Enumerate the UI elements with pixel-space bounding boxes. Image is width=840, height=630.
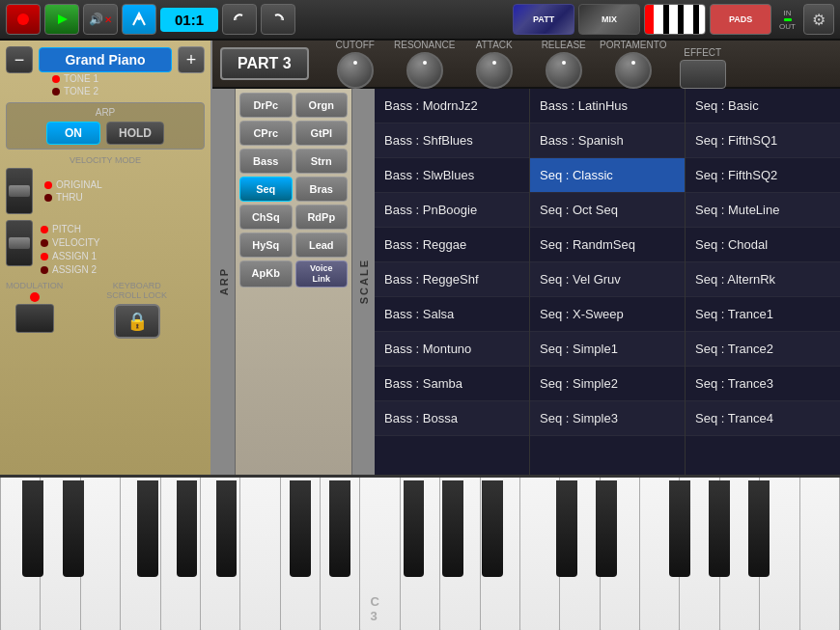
list-item[interactable]: Seq : FifthSQ2	[686, 158, 840, 193]
part-prev-button[interactable]: −	[6, 46, 33, 73]
list-item[interactable]: Seq : Trance2	[686, 332, 840, 367]
inst-gtpl-button[interactable]: GtPl	[295, 121, 349, 146]
white-key[interactable]	[41, 478, 80, 630]
modulation-section: MODULATION	[6, 281, 63, 342]
play-button[interactable]	[44, 4, 79, 35]
list-item[interactable]: Seq : Trance3	[686, 367, 840, 401]
list-item[interactable]: Seq : Basic	[686, 89, 840, 123]
white-key[interactable]	[800, 478, 840, 630]
white-key[interactable]	[560, 478, 600, 630]
effect-control[interactable]	[680, 60, 726, 89]
list-item[interactable]: Bass : LatinHus	[530, 89, 685, 123]
list-item[interactable]: Seq : Simple3	[530, 401, 685, 436]
list-item[interactable]: Bass : ShfBlues	[375, 123, 529, 158]
settings-button[interactable]: ⚙	[803, 4, 834, 35]
white-key[interactable]: C 3	[360, 478, 400, 630]
record-button[interactable]	[6, 4, 41, 35]
modulation-pad[interactable]	[15, 304, 54, 333]
white-key[interactable]	[281, 478, 321, 630]
list-item[interactable]: Seq : Vel Gruv	[530, 262, 685, 297]
white-key[interactable]	[520, 478, 560, 630]
list-item[interactable]: Seq : Chodal	[686, 228, 840, 262]
list-item[interactable]: Bass : ReggeShf	[375, 262, 529, 297]
pitch-slider[interactable]	[6, 220, 33, 266]
white-key[interactable]	[201, 478, 240, 630]
list-item[interactable]: Bass : Reggae	[375, 228, 529, 262]
portamento-label: PORTAMENTO	[600, 40, 666, 50]
mode-button[interactable]	[122, 4, 156, 35]
white-key[interactable]	[81, 478, 121, 630]
part-next-button[interactable]: +	[178, 46, 205, 73]
list-item[interactable]: Seq : AlternRk	[686, 262, 840, 297]
white-key[interactable]	[240, 478, 280, 630]
list-item[interactable]: Seq : Simple1	[530, 332, 685, 367]
white-key[interactable]	[481, 478, 520, 630]
keyboard-view-button[interactable]: KEY	[644, 4, 706, 35]
inst-bass-button[interactable]: Bass	[239, 149, 293, 174]
pads-view-button[interactable]: PADS	[710, 4, 771, 35]
keyboard-lock-button[interactable]: 🔒	[114, 304, 160, 339]
arp-title: ARP	[13, 107, 198, 118]
list-item[interactable]: Seq : Trance4	[686, 401, 840, 436]
white-key[interactable]	[720, 478, 760, 630]
inst-apkb-button[interactable]: ApKb	[239, 260, 293, 288]
list-item-selected[interactable]: Seq : Classic	[530, 158, 685, 193]
list-item[interactable]: Seq : Simple2	[530, 367, 685, 401]
redo-button[interactable]	[261, 4, 295, 35]
portamento-knob[interactable]	[615, 52, 652, 89]
white-key[interactable]	[680, 478, 719, 630]
resonance-knob[interactable]	[406, 52, 443, 89]
inst-hysq-button[interactable]: HySq	[239, 233, 293, 258]
inst-lead-button[interactable]: Lead	[295, 233, 349, 258]
mixer-view-button[interactable]: MIX	[578, 4, 640, 35]
list-item[interactable]: Bass : PnBoogie	[375, 193, 529, 228]
white-key[interactable]	[601, 478, 640, 630]
white-key[interactable]	[121, 478, 160, 630]
list-item[interactable]: Seq : X-Sweep	[530, 297, 685, 332]
list-item[interactable]: Seq : RandmSeq	[530, 228, 685, 262]
white-key[interactable]	[0, 478, 41, 630]
white-key[interactable]	[161, 478, 201, 630]
assign1-label: ASSIGN 1	[52, 251, 97, 261]
list-item[interactable]: Seq : MuteLine	[686, 193, 840, 228]
list-item[interactable]: Bass : Bossa	[375, 401, 529, 436]
pattern-view-button[interactable]: PATT	[513, 4, 574, 35]
inst-cprc-button[interactable]: CPrc	[239, 121, 293, 146]
release-knob[interactable]	[546, 52, 582, 89]
list-item[interactable]: Bass : Montuno	[375, 332, 529, 367]
original-label: ORIGINAL	[56, 179, 102, 190]
scale-vertical-tab[interactable]: SCALE	[351, 89, 375, 475]
white-key[interactable]	[321, 478, 360, 630]
inst-drpc-button[interactable]: DrPc	[239, 93, 293, 118]
white-key[interactable]	[640, 478, 680, 630]
list-item[interactable]: Seq : FifthSQ1	[686, 123, 840, 158]
tone1-indicator	[52, 75, 60, 83]
white-key[interactable]	[760, 478, 799, 630]
list-item[interactable]: Bass : SlwBlues	[375, 158, 529, 193]
arp-on-button[interactable]: ON	[46, 122, 100, 145]
attack-knob[interactable]	[476, 52, 513, 89]
list-item[interactable]: Seq : Trance1	[686, 297, 840, 332]
list-item[interactable]: Bass : Salsa	[375, 297, 529, 332]
undo-button[interactable]	[222, 4, 257, 35]
inst-chsq-button[interactable]: ChSq	[239, 205, 293, 230]
cutoff-knob[interactable]	[337, 52, 374, 89]
inst-seq-button[interactable]: Seq	[239, 177, 293, 202]
inst-strn-button[interactable]: Strn	[295, 149, 349, 174]
inst-voicelink-button[interactable]: VoiceLink	[295, 260, 349, 288]
arp-hold-button[interactable]: HOLD	[106, 122, 164, 145]
list-item[interactable]: Bass : Spanish	[530, 123, 685, 158]
list-item[interactable]: Bass : ModrnJz2	[375, 89, 529, 123]
inst-bras-button[interactable]: Bras	[295, 177, 349, 202]
arp-vertical-tab[interactable]: ARP	[212, 89, 236, 475]
inst-orgn-button[interactable]: Orgn	[295, 93, 349, 118]
list-item[interactable]: Seq : Oct Seq	[530, 193, 685, 228]
velocity-slider[interactable]	[6, 168, 33, 214]
white-key[interactable]	[401, 478, 440, 630]
stop-mute-button[interactable]: 🔊 ✕	[83, 4, 118, 35]
list-item[interactable]: Bass : Samba	[375, 367, 529, 401]
inst-rdpp-button[interactable]: RdPp	[295, 205, 349, 230]
svg-point-2	[137, 16, 141, 20]
white-key[interactable]	[440, 478, 480, 630]
pitch-dot	[41, 226, 48, 233]
